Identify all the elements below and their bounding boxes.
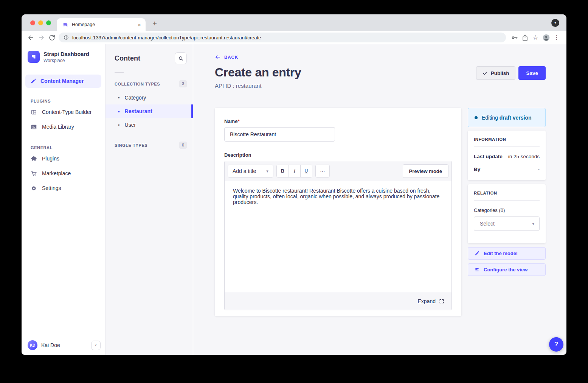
content-subnav: Content COLLECTION TYPES 3 • Category • … (105, 44, 193, 355)
last-update-row: Last update in 25 seconds (474, 154, 540, 159)
entry-aside: Editing draft version INFORMATION Last u… (468, 108, 546, 276)
entry-form-card: Name* Description Add a title ▾ B I (215, 108, 461, 316)
search-button[interactable] (175, 52, 187, 64)
configure-lines-icon (475, 267, 479, 272)
sidebar-item-marketplace[interactable]: Marketplace (22, 166, 105, 181)
sidebar-item-settings[interactable]: Settings (22, 181, 105, 196)
close-window-button[interactable] (30, 20, 35, 25)
collection-type-label: Category (125, 95, 146, 101)
sidebar-item-media-library[interactable]: Media Library (22, 120, 105, 134)
ellipsis-icon: ⋯ (320, 168, 325, 174)
italic-button[interactable]: I (289, 165, 300, 177)
subnav-title: Content (115, 54, 140, 62)
preview-mode-button[interactable]: Preview mode (403, 164, 448, 178)
markdown-editor: Add a title ▾ B I U ⋯ Preview mode Wel (224, 161, 452, 310)
collection-type-label: Restaurant (125, 108, 152, 114)
browser-profile-chevron[interactable]: ▾ (551, 19, 559, 27)
publish-button[interactable]: Publish (476, 66, 516, 80)
title-style-select[interactable]: Add a title ▾ (228, 165, 273, 177)
browser-toolbar: localhost:1337/admin/content-manager/col… (22, 31, 566, 44)
publish-label: Publish (491, 70, 509, 76)
chevron-down-icon: ▾ (266, 169, 268, 174)
api-id-subtitle: API ID : restaurant (215, 83, 546, 89)
person-icon (543, 34, 550, 41)
new-tab-button[interactable]: + (149, 18, 160, 29)
required-asterisk: * (237, 118, 239, 124)
forward-nav-button[interactable] (36, 32, 47, 43)
information-title: INFORMATION (474, 137, 540, 142)
zoom-window-button[interactable] (46, 20, 51, 25)
collection-type-user[interactable]: • User (105, 118, 193, 132)
puzzle-icon (31, 156, 37, 162)
single-types-label: SINGLE TYPES (115, 143, 147, 148)
sidebar-item-content-manager[interactable]: Content Manager (25, 75, 101, 88)
by-row: By - (474, 167, 540, 172)
edit-model-button[interactable]: Edit the model (468, 247, 546, 260)
close-tab-icon[interactable]: × (138, 22, 141, 28)
cart-icon (31, 170, 37, 177)
information-panel: INFORMATION Last update in 25 seconds By… (468, 131, 546, 180)
back-link[interactable]: BACK (215, 54, 238, 60)
user-name: Kai Doe (41, 342, 60, 348)
divider (474, 200, 540, 201)
description-field-label: Description (224, 152, 452, 158)
layout-icon (31, 109, 37, 115)
categories-select[interactable]: Select ▾ (474, 216, 540, 231)
sidebar-item-label: Content Manager (40, 78, 84, 84)
user-menu[interactable]: KD Kai Doe (28, 340, 87, 350)
tab-title: Homepage (72, 22, 138, 27)
macos-window-controls (30, 20, 51, 25)
share-button[interactable] (520, 32, 530, 43)
save-button[interactable]: Save (518, 66, 546, 80)
page-title: Create an entry (215, 65, 301, 79)
avatar: KD (28, 340, 37, 350)
configure-view-button[interactable]: Configure the view (468, 263, 546, 276)
bold-button[interactable]: B (277, 165, 289, 177)
password-manager-button[interactable] (509, 32, 520, 43)
forward-arrow-icon (38, 34, 45, 41)
url-text: localhost:1337/admin/content-manager/col… (72, 35, 261, 40)
name-input[interactable] (224, 127, 335, 142)
app-name: Strapi Dashboard (43, 51, 89, 58)
key-icon (511, 34, 518, 41)
back-label: BACK (224, 55, 238, 59)
bookmark-button[interactable]: ☆ (530, 32, 541, 43)
collection-type-restaurant[interactable]: • Restaurant (105, 104, 193, 118)
bullet-icon: • (118, 122, 120, 128)
workspace-switcher[interactable]: Strapi Dashboard Workplace (22, 44, 105, 69)
collapse-sidebar-button[interactable]: ‹ (91, 341, 101, 350)
reload-button[interactable] (47, 32, 57, 43)
address-bar[interactable]: localhost:1337/admin/content-manager/col… (59, 33, 506, 42)
sidebar-item-plugins[interactable]: Plugins (22, 151, 105, 166)
back-nav-button[interactable] (25, 32, 36, 43)
sidebar-item-content-type-builder[interactable]: Content-Type Builder (22, 105, 105, 120)
collection-types-label: COLLECTION TYPES (115, 82, 160, 86)
save-label: Save (526, 70, 538, 76)
reload-icon (48, 34, 56, 41)
single-types-count: 0 (179, 142, 187, 149)
sidebar-footer: KD Kai Doe ‹ (22, 335, 105, 355)
browser-profile-button[interactable] (541, 32, 551, 43)
three-dots-icon: ⋮ (554, 34, 560, 41)
collection-type-category[interactable]: • Category (105, 91, 193, 104)
underline-button[interactable]: U (300, 165, 312, 177)
star-icon: ☆ (532, 34, 538, 42)
sidebar-item-label: Content-Type Builder (42, 109, 92, 115)
minimize-window-button[interactable] (38, 20, 43, 25)
help-button[interactable]: ? (549, 337, 563, 352)
browser-tab[interactable]: Homepage × (57, 18, 146, 31)
chevron-down-icon: ▾ (532, 221, 534, 226)
description-textarea[interactable]: Welcome to Biscotte restaurant! Restaura… (225, 181, 451, 292)
more-formats-button[interactable]: ⋯ (315, 165, 330, 177)
collection-type-label: User (125, 122, 136, 128)
strapi-logo-icon (30, 53, 37, 60)
divider (115, 72, 124, 73)
site-info-icon (64, 35, 69, 40)
divider (474, 146, 540, 147)
divider (22, 69, 105, 69)
draft-status-text: Editing draft version (482, 115, 532, 121)
browser-menu-button[interactable]: ⋮ (551, 32, 562, 43)
sidebar-item-label: Media Library (42, 124, 74, 130)
collection-types-count: 3 (179, 80, 187, 87)
expand-icon[interactable] (439, 299, 444, 304)
